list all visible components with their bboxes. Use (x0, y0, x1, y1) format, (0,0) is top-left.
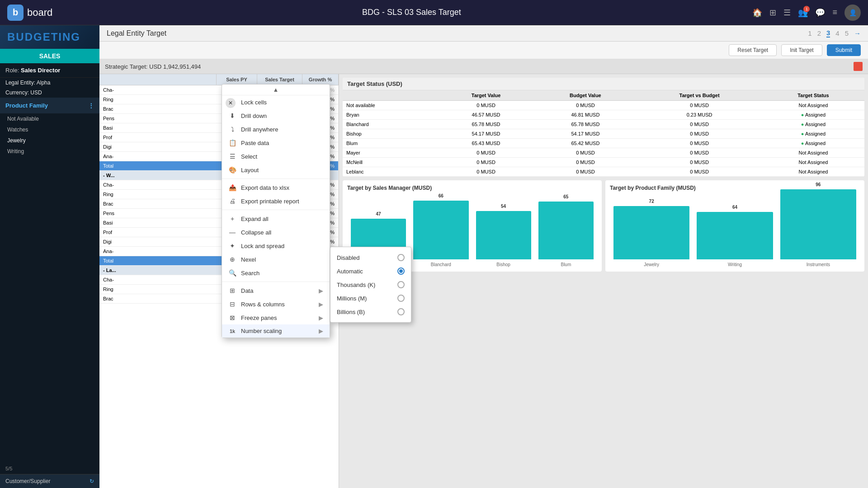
logo-icon: b (7, 5, 24, 21)
rows-columns-icon: ⊟ (228, 300, 236, 308)
sidebar-sales-label: SALES (0, 49, 99, 63)
logo-name: board (27, 7, 52, 19)
paste-icon: 📋 (228, 139, 236, 146)
menu-item-collapse-all[interactable]: — Collapse all (222, 225, 330, 239)
menu-item-label: Lock and spread (241, 243, 284, 249)
home-icon[interactable]: 🏠 (752, 8, 762, 18)
freeze-icon: ⊠ (228, 314, 236, 321)
list-icon[interactable]: ☰ (783, 8, 791, 18)
notification-badge: 1 (803, 6, 810, 12)
nexel-icon: ⊕ (228, 256, 236, 263)
role-value: Sales Director (21, 67, 60, 74)
menu-item-rows-columns[interactable]: ⊟ Rows & columns ▶ (222, 297, 330, 311)
filter-title: Product Family (5, 102, 48, 109)
menu-item-label: Number scaling (241, 328, 282, 334)
users-icon[interactable]: 👥 1 (798, 8, 808, 18)
search-icon: 🔍 (228, 269, 236, 277)
menu-item-label: Layout (241, 167, 259, 174)
sidebar-currency: Currency: USD (0, 88, 99, 98)
refresh-icon[interactable]: ↻ (90, 478, 94, 484)
menu-item-label: Rows & columns (241, 301, 285, 308)
print-icon: 🖨 (228, 197, 236, 205)
filter-item-writing[interactable]: Writing (0, 146, 99, 157)
radio-automatic[interactable] (397, 267, 405, 275)
sidebar-entity: Legal Entity: Alpha (0, 78, 99, 88)
menu-item-label: Select (241, 153, 257, 160)
menu-item-label: Search (241, 270, 259, 277)
select-icon: ☰ (228, 153, 236, 160)
filter-item-watches[interactable]: Watches (0, 124, 99, 135)
chat-icon[interactable]: 💬 (815, 8, 825, 18)
submenu-item-disabled[interactable]: Disabled (330, 251, 411, 264)
drill-anywhere-icon: ⤵ (228, 126, 236, 133)
menu-divider (222, 178, 330, 179)
sidebar-budgeting-label: BUDGETING (0, 25, 99, 49)
avatar[interactable]: 👤 (844, 5, 861, 21)
menu-item-drill-down[interactable]: ⬇ Drill down (222, 109, 330, 122)
menu-item-layout[interactable]: 🎨 Layout (222, 163, 330, 177)
filter-counter: 5/5 (0, 463, 99, 474)
menu-item-label: Drill down (241, 113, 267, 119)
menu-item-label: Expand all (241, 216, 269, 222)
grid-icon[interactable]: ⊞ (769, 8, 776, 18)
number-scaling-icon: 1k (228, 328, 236, 334)
filter-item-not-available[interactable]: Not Available (0, 113, 99, 124)
topbar-icons: 🏠 ⊞ ☰ 👥 1 💬 ≡ 👤 (752, 5, 861, 21)
submenu-label: Automatic (337, 268, 363, 275)
content-area: Legal Entity Target 1 2 3 4 5 → Reset Ta… (99, 25, 868, 488)
menu-item-paste-data[interactable]: 📋 Paste data (222, 136, 330, 150)
customer-label: Customer/Supplier (5, 478, 50, 484)
main-layout: BUDGETING SALES Role: Sales Director Leg… (0, 25, 868, 488)
radio-millions[interactable] (397, 295, 405, 302)
menu-item-label: Data (241, 287, 253, 294)
menu-item-drill-anywhere[interactable]: ⤵ Drill anywhere (222, 122, 330, 136)
menu-item-label: Paste data (241, 140, 269, 146)
submenu-label: Millions (M) (337, 295, 367, 302)
submenu-item-billions[interactable]: Billions (B) (330, 305, 411, 319)
menu-item-lock-spread[interactable]: ✦ Lock and spread (222, 239, 330, 253)
export-xlsx-icon: 📤 (228, 184, 236, 191)
radio-disabled[interactable] (397, 254, 405, 261)
chevron-right-icon: ▶ (319, 314, 323, 321)
menu-close-button[interactable]: ✕ (226, 98, 236, 108)
menu-item-nexel[interactable]: ⊕ Nexel (222, 253, 330, 266)
collapse-icon: — (228, 229, 236, 236)
filter-options-icon[interactable]: ⋮ (88, 102, 94, 109)
data-icon: ⊞ (228, 287, 236, 294)
menu-item-data[interactable]: ⊞ Data ▶ (222, 284, 330, 297)
radio-billions[interactable] (397, 308, 405, 315)
submenu-label: Thousands (K) (337, 282, 375, 288)
customer-supplier[interactable]: Customer/Supplier ↻ (0, 474, 99, 488)
menu-item-expand-all[interactable]: + Expand all (222, 212, 330, 225)
entity-value: Alpha (37, 80, 51, 86)
menu-item-number-scaling[interactable]: 1k Number scaling ▶ (222, 324, 330, 338)
menu-item-freeze-panes[interactable]: ⊠ Freeze panes ▶ (222, 311, 330, 324)
submenu-item-millions[interactable]: Millions (M) (330, 291, 411, 305)
menu-item-select[interactable]: ☰ Select (222, 150, 330, 163)
menu-item-lock-cells[interactable]: 🔒 Lock cells (222, 95, 330, 109)
menu-overlay[interactable]: ▲ ✕ 🔒 Lock cells ⬇ Drill down ⤵ Drill an… (99, 25, 868, 488)
menu-item-label: Export data to xlsx (241, 184, 289, 191)
menu-item-label: Nexel (241, 256, 256, 263)
filter-item-jewelry[interactable]: Jewelry (0, 135, 99, 146)
menu-scroll-up[interactable]: ▲ (222, 84, 330, 95)
submenu-label: Billions (B) (337, 309, 365, 315)
entity-label: Legal Entity: (5, 80, 35, 86)
number-scaling-submenu: Disabled Automatic Thousands (K) Million… (330, 247, 411, 323)
submenu-item-thousands[interactable]: Thousands (K) (330, 278, 411, 291)
filter-items-list: Not Available Watches Jewelry Writing (0, 113, 99, 463)
sidebar: BUDGETING SALES Role: Sales Director Leg… (0, 25, 99, 488)
currency-value: USD (30, 89, 42, 96)
submenu-item-automatic[interactable]: Automatic (330, 264, 411, 278)
product-family-filter[interactable]: Product Family ⋮ (0, 98, 99, 113)
radio-thousands[interactable] (397, 281, 405, 288)
submenu-label: Disabled (337, 254, 360, 261)
drill-down-icon: ⬇ (228, 112, 236, 119)
menu-item-export-xlsx[interactable]: 📤 Export data to xlsx (222, 181, 330, 194)
menu-item-export-print[interactable]: 🖨 Export printable report (222, 194, 330, 208)
logo[interactable]: b board (7, 5, 52, 21)
menu-item-search[interactable]: 🔍 Search (222, 266, 330, 280)
layout-icon: 🎨 (228, 166, 236, 174)
menu-icon[interactable]: ≡ (832, 8, 837, 17)
menu-item-label: Export printable report (241, 198, 299, 205)
